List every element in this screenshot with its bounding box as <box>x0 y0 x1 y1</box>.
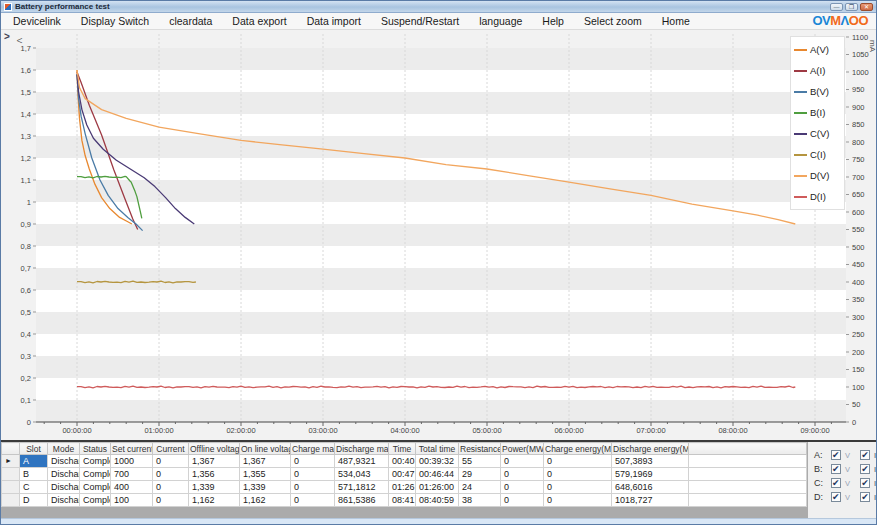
table-cell[interactable]: 571,1812 <box>335 481 389 494</box>
table-cell[interactable]: 1,367 <box>189 455 240 468</box>
table-cell[interactable]: 24 <box>459 481 501 494</box>
table-cell[interactable]: 0 <box>544 481 612 494</box>
table-cell[interactable]: Complete <box>80 481 111 494</box>
table-cell[interactable]: 1,339 <box>189 481 240 494</box>
table-cell[interactable]: 0 <box>544 468 612 481</box>
column-header[interactable]: Discharge mah <box>335 443 389 455</box>
table-cell[interactable]: 0 <box>544 494 612 507</box>
table-cell[interactable]: 0 <box>153 455 189 468</box>
row-selector[interactable]: ► <box>2 455 20 468</box>
table-cell[interactable]: 1000 <box>111 455 153 468</box>
row-selector[interactable] <box>2 481 20 494</box>
close-button[interactable]: ✕ <box>860 3 873 11</box>
table-cell[interactable] <box>689 494 807 507</box>
table-cell[interactable]: 01:26 <box>389 481 416 494</box>
table-cell[interactable]: 0 <box>153 494 189 507</box>
table-cell[interactable]: B <box>20 468 48 481</box>
table-cell[interactable]: 0 <box>291 468 335 481</box>
table-cell[interactable]: Discharge <box>48 455 80 468</box>
table-cell[interactable]: 55 <box>459 455 501 468</box>
menu-item-language[interactable]: language <box>469 13 532 29</box>
table-cell[interactable]: 08:40:59 <box>416 494 459 507</box>
column-header[interactable]: Charge mah <box>291 443 335 455</box>
table-cell[interactable]: 0 <box>153 481 189 494</box>
menu-item-suspend-restart[interactable]: Suspend/Restart <box>371 13 469 29</box>
menu-item-devicelink[interactable]: Devicelink <box>3 13 71 29</box>
table-cell[interactable]: 1,367 <box>240 455 291 468</box>
table-cell[interactable]: 0 <box>153 468 189 481</box>
column-header[interactable]: Discharge energy(MWH) <box>612 443 689 455</box>
table-cell[interactable]: 861,5386 <box>335 494 389 507</box>
table-cell[interactable]: Discharge <box>48 481 80 494</box>
column-header[interactable]: Power(MW) <box>501 443 544 455</box>
row-selector[interactable] <box>2 468 20 481</box>
column-header[interactable]: Slot <box>20 443 48 455</box>
table-cell[interactable]: 507,3893 <box>612 455 689 468</box>
table-cell[interactable]: 579,1969 <box>612 468 689 481</box>
table-cell[interactable]: 0 <box>291 455 335 468</box>
column-header[interactable]: Resistance <box>459 443 501 455</box>
table-cell[interactable]: A <box>20 455 48 468</box>
table-cell[interactable]: 100 <box>111 494 153 507</box>
column-header[interactable]: Set current <box>111 443 153 455</box>
table-cell[interactable]: 0 <box>501 468 544 481</box>
voltage-checkbox[interactable]: ✔ <box>831 492 841 502</box>
menu-item-display-switch[interactable]: Display Switch <box>71 13 159 29</box>
table-cell[interactable]: 1,162 <box>240 494 291 507</box>
table-cell[interactable]: Discharge <box>48 468 80 481</box>
column-header[interactable]: Total time <box>416 443 459 455</box>
voltage-checkbox[interactable]: ✔ <box>831 478 841 488</box>
table-cell[interactable]: 08:41 <box>389 494 416 507</box>
table-cell[interactable]: 534,043 <box>335 468 389 481</box>
table-cell[interactable]: 1,162 <box>189 494 240 507</box>
menu-item-data-export[interactable]: Data export <box>222 13 296 29</box>
table-cell[interactable]: 0 <box>291 481 335 494</box>
maximize-button[interactable]: ❐ <box>845 3 858 11</box>
table-cell[interactable]: 01:26:00 <box>416 481 459 494</box>
table-cell[interactable]: 1018,727 <box>612 494 689 507</box>
voltage-checkbox[interactable]: ✔ <box>831 450 841 460</box>
minimize-button[interactable]: — <box>830 3 843 11</box>
table-cell[interactable]: 0 <box>501 494 544 507</box>
table-cell[interactable]: 0 <box>501 455 544 468</box>
table-cell[interactable]: 1,339 <box>240 481 291 494</box>
current-checkbox[interactable]: ✔ <box>860 492 870 502</box>
table-cell[interactable]: C <box>20 481 48 494</box>
table-cell[interactable]: 0 <box>544 455 612 468</box>
table-cell[interactable]: 1,355 <box>240 468 291 481</box>
table-cell[interactable]: 400 <box>111 481 153 494</box>
table-cell[interactable]: 700 <box>111 468 153 481</box>
column-header[interactable]: Current <box>153 443 189 455</box>
collapse-panel-icon[interactable]: > <box>4 31 10 42</box>
table-cell[interactable]: 0 <box>501 481 544 494</box>
current-checkbox[interactable]: ✔ <box>860 464 870 474</box>
column-header[interactable]: Offline voltage <box>189 443 240 455</box>
column-header[interactable]: Charge energy(MWH) <box>544 443 612 455</box>
table-cell[interactable]: 00:40 <box>389 455 416 468</box>
table-cell[interactable]: 38 <box>459 494 501 507</box>
column-header[interactable]: Status <box>80 443 111 455</box>
table-cell[interactable]: D <box>20 494 48 507</box>
table-cell[interactable]: 29 <box>459 468 501 481</box>
menu-item-data-import[interactable]: Data import <box>297 13 371 29</box>
menu-item-help[interactable]: Help <box>532 13 574 29</box>
table-cell[interactable]: 1,356 <box>189 468 240 481</box>
table-cell[interactable]: 00:47 <box>389 468 416 481</box>
table-cell[interactable]: 0 <box>291 494 335 507</box>
table-cell[interactable]: 648,6016 <box>612 481 689 494</box>
menu-item-select-zoom[interactable]: Select zoom <box>574 13 652 29</box>
table-cell[interactable]: Complete <box>80 494 111 507</box>
table-cell[interactable]: Complete <box>80 468 111 481</box>
table-cell[interactable]: Discharge <box>48 494 80 507</box>
menu-item-home[interactable]: Home <box>652 13 700 29</box>
table-cell[interactable]: Complete <box>80 455 111 468</box>
current-checkbox[interactable]: ✔ <box>860 450 870 460</box>
row-selector[interactable] <box>2 494 20 507</box>
table-cell[interactable]: 487,9321 <box>335 455 389 468</box>
column-header[interactable]: Time <box>389 443 416 455</box>
table-cell[interactable] <box>689 455 807 468</box>
table-cell[interactable]: 00:46:44 <box>416 468 459 481</box>
voltage-checkbox[interactable]: ✔ <box>831 464 841 474</box>
column-header[interactable]: On line voltage <box>240 443 291 455</box>
menu-item-cleardata[interactable]: cleardata <box>159 13 222 29</box>
